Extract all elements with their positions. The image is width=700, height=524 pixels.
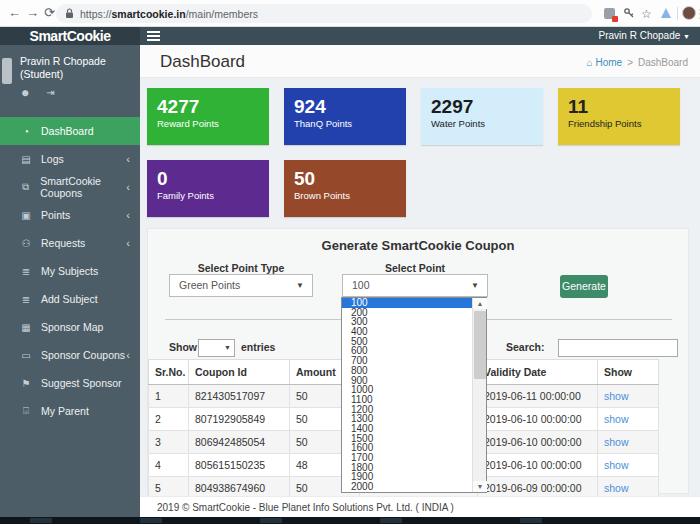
sidebar-item-logs[interactable]: ▤Logs‹: [0, 145, 140, 173]
sidebar-item-my-subjects[interactable]: ≣My Subjects: [0, 257, 140, 285]
sidebar-item-smartcookie-coupons[interactable]: ⧉SmartCookie Coupons‹: [0, 173, 140, 201]
logout-icon[interactable]: ⇥: [46, 87, 54, 98]
dropdown-option[interactable]: 1400: [342, 424, 472, 434]
sidebar-item-suggest-sponsor[interactable]: ⚑Suggest Sponsor: [0, 369, 140, 397]
bookmark-star-icon[interactable]: ☆: [641, 5, 652, 23]
user-menu[interactable]: Pravin R Chopade ▼: [599, 27, 690, 45]
user-avatar: [2, 58, 12, 84]
show-label: Show: [169, 341, 197, 353]
show-link[interactable]: show: [604, 482, 629, 494]
dashboard-icon: ◔: [19, 126, 33, 137]
sidebar-item-sponsor-coupons[interactable]: ▭Sponsor Coupons‹: [0, 341, 140, 369]
search-label: Search:: [506, 341, 545, 353]
breadcrumb-home-link[interactable]: Home: [595, 57, 622, 68]
toolbar-divider: [677, 7, 678, 20]
dropdown-option[interactable]: 1800: [342, 463, 472, 473]
col-show[interactable]: Show: [598, 360, 659, 385]
show-link[interactable]: show: [604, 390, 629, 402]
dropdown-option[interactable]: 300: [342, 317, 472, 327]
sidebar-item-dashboard[interactable]: ◔DashBoard: [0, 117, 140, 145]
coupons-icon: ⧉: [19, 181, 32, 193]
dropdown-option[interactable]: 1100: [342, 395, 472, 405]
app-navbar: SmartCookie Pravin R Chopade ▼: [0, 27, 700, 45]
generate-button[interactable]: Generate: [560, 275, 608, 298]
sidebar-item-add-subject[interactable]: ≣Add Subject: [0, 285, 140, 313]
dropdown-option[interactable]: 800: [342, 366, 472, 376]
dropdown-option[interactable]: 1700: [342, 453, 472, 463]
url-text: https://smartcookie.in/main/members: [80, 8, 258, 20]
sidebar-item-sponsor-map[interactable]: ▦Sponsor Map: [0, 313, 140, 341]
suggest-sponsor-icon: ⚑: [19, 378, 33, 389]
point-label: Select Point: [342, 262, 488, 274]
requests-icon: ⚇: [19, 238, 33, 249]
dropdown-option[interactable]: 100: [342, 298, 472, 308]
col-srno[interactable]: Sr.No.: [149, 360, 189, 385]
dropdown-option[interactable]: 1200: [342, 405, 472, 415]
address-bar[interactable]: https://smartcookie.in/main/members: [56, 4, 592, 23]
sidebar-item-requests[interactable]: ⚇Requests‹: [0, 229, 140, 257]
dropdown-option[interactable]: 2000: [342, 482, 472, 492]
point-select-dropdown: 100 200 300 400 500 600 700 800 900 1000…: [341, 297, 487, 493]
panel-title: Generate SmartCookie Coupon: [148, 238, 688, 253]
dropdown-option[interactable]: 1300: [342, 414, 472, 424]
stat-card-brown-points: 50Brown Points: [284, 160, 406, 217]
sponsor-map-icon: ▦: [19, 322, 33, 333]
show-link[interactable]: show: [604, 413, 629, 425]
dropdown-option[interactable]: 500: [342, 337, 472, 347]
dropdown-option[interactable]: 700: [342, 356, 472, 366]
logs-icon: ▤: [19, 154, 33, 165]
points-icon: ▣: [19, 210, 33, 221]
padlock-icon: [65, 8, 74, 19]
show-link[interactable]: show: [604, 436, 629, 448]
entries-label: entries: [241, 341, 275, 353]
dropdown-option[interactable]: 1600: [342, 443, 472, 453]
extension-triangle-icon[interactable]: [661, 8, 671, 18]
sidebar-item-my-parent[interactable]: ⌺My Parent: [0, 397, 140, 425]
dropdown-option[interactable]: 1000: [342, 385, 472, 395]
col-validity-date[interactable]: Validity Date: [478, 360, 598, 385]
show-link[interactable]: show: [604, 459, 629, 471]
footer-copyright: 2019 © SmartCookie - Blue Planet Info So…: [157, 502, 454, 513]
dropdown-option[interactable]: 600: [342, 346, 472, 356]
stat-card-family-points: 0Family Points: [147, 160, 269, 217]
select-caret-icon: ▼: [296, 275, 304, 296]
dropdown-option[interactable]: 200: [342, 308, 472, 318]
stat-card-water-points: 2297Water Points: [421, 88, 543, 145]
scrollbar-thumb[interactable]: [474, 311, 486, 379]
entries-select[interactable]: ▼: [198, 339, 235, 357]
key-icon[interactable]: [623, 7, 635, 19]
select-caret-icon: ▼: [471, 275, 479, 296]
dropdown-option[interactable]: 1900: [342, 472, 472, 482]
dropdown-option[interactable]: 400: [342, 327, 472, 337]
browser-back-icon[interactable]: ←: [8, 4, 21, 22]
dropdown-scrollbar[interactable]: ▲ ▼: [472, 298, 486, 492]
dropdown-option[interactable]: 900: [342, 376, 472, 386]
dropdown-option[interactable]: 1500: [342, 434, 472, 444]
breadcrumb-current: DashBoard: [638, 57, 688, 68]
extension-adblock-icon[interactable]: [604, 8, 615, 19]
point-select[interactable]: 100▼: [342, 274, 488, 297]
stat-card-reward-points: 4277Reward Points: [147, 88, 269, 145]
scroll-down-icon[interactable]: ▼: [473, 481, 487, 492]
brand-logo[interactable]: SmartCookie: [0, 27, 140, 45]
content-header: DashBoard ⌂ Home>DashBoard: [140, 45, 700, 78]
col-coupon-id[interactable]: Coupon Id: [189, 360, 290, 385]
chevron-down-icon: ▼: [683, 33, 690, 40]
sidebar-item-points[interactable]: ▣Points‹: [0, 201, 140, 229]
search-input[interactable]: [558, 339, 678, 357]
browser-forward-icon[interactable]: →: [26, 4, 39, 22]
select-caret-icon: ▼: [224, 344, 231, 351]
taskbar-strip: [0, 517, 700, 524]
breadcrumb: ⌂ Home>DashBoard: [587, 57, 688, 68]
subjects-icon: ≣: [19, 266, 33, 277]
stat-card-thanq-points: 924ThanQ Points: [284, 88, 406, 145]
sidebar: Pravin R Chopade (Student) ☻ ⇥ ◔DashBoar…: [0, 45, 140, 517]
page-title: DashBoard: [160, 52, 245, 72]
sidebar-user-panel: Pravin R Chopade (Student): [20, 55, 106, 81]
scroll-up-icon[interactable]: ▲: [473, 298, 487, 309]
sidebar-toggle-icon[interactable]: [147, 31, 160, 41]
browser-menu-icon[interactable]: ⋮: [694, 5, 700, 23]
point-type-select[interactable]: Green Points▼: [169, 274, 313, 297]
browser-reload-icon[interactable]: ⟳: [44, 4, 55, 22]
profile-icon[interactable]: ☻: [20, 87, 31, 98]
